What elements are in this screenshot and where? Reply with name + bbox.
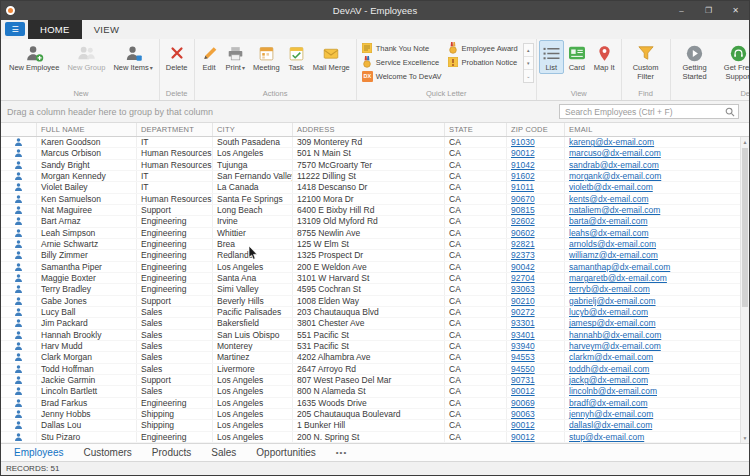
email-link[interactable]: harveym@dx-email.com <box>569 341 661 351</box>
zip-link[interactable]: 94550 <box>511 364 535 374</box>
new-employee-button[interactable]: New Employee <box>5 40 63 74</box>
email-link[interactable]: kents@dx-email.com <box>569 194 648 204</box>
footer-tab-employees[interactable]: Employees <box>5 444 72 461</box>
maximize-button[interactable]: ❐ <box>695 1 722 20</box>
zip-link[interactable]: 93063 <box>511 284 535 294</box>
table-row[interactable]: Jenny HobbsShippingLos Angeles205 Chauta… <box>1 409 740 420</box>
zip-link[interactable]: 93940 <box>511 341 535 351</box>
zip-link[interactable]: 91011 <box>511 182 534 192</box>
gallery-scroll-down-button[interactable]: ▾ <box>524 57 533 70</box>
view-map-button[interactable]: Map It <box>590 40 619 74</box>
table-row[interactable]: Violet BaileyITLa Canada1418 Descanso Dr… <box>1 182 740 193</box>
zip-link[interactable]: 90012 <box>511 420 535 430</box>
zip-link[interactable]: 90670 <box>511 194 535 204</box>
gallery-scroll-up-button[interactable]: ▴ <box>524 44 533 57</box>
zip-link[interactable]: 92704 <box>511 273 535 283</box>
application-button[interactable]: ☰ <box>5 22 25 36</box>
table-row[interactable]: Harv MuddSalesMonterey531 Pacific StCA93… <box>1 341 740 352</box>
email-link[interactable]: arnolds@dx-email.com <box>569 239 656 249</box>
table-row[interactable]: Leah SimpsonEngineeringWhittier8755 Newl… <box>1 228 740 239</box>
footer-tabs-overflow[interactable]: ••• <box>327 444 356 461</box>
custom-filter-button[interactable]: Custom Filter <box>624 40 668 82</box>
footer-tab-opportunities[interactable]: Opportunities <box>247 444 324 461</box>
footer-tab-products[interactable]: Products <box>143 444 200 461</box>
table-row[interactable]: Marcus OrbisonHuman ResourcesLos Angeles… <box>1 148 740 159</box>
zip-link[interactable]: 94553 <box>511 352 535 362</box>
table-row[interactable]: Brad FarkusEngineeringLos Angeles1635 Wo… <box>1 398 740 409</box>
table-row[interactable]: Nat MaguireeSupportLong Beach6400 E Bixb… <box>1 205 740 216</box>
quick-letter-employee-award[interactable]: Employee Award <box>445 41 521 55</box>
table-row[interactable]: Arnie SchwartzEngineeringBrea125 W Elm S… <box>1 239 740 250</box>
email-link[interactable]: clarkm@dx-email.com <box>569 352 653 362</box>
email-link[interactable]: nataliem@dx-email.com <box>569 205 660 215</box>
email-link[interactable]: williamz@dx-email.com <box>569 250 658 260</box>
task-button[interactable]: Task <box>284 40 309 74</box>
email-link[interactable]: bradf@dx-email.com <box>569 398 648 408</box>
zip-link[interactable]: 91602 <box>511 171 535 181</box>
email-link[interactable]: morgank@dx-email.com <box>569 171 661 181</box>
email-link[interactable]: terryb@dx-email.com <box>569 284 650 294</box>
email-link[interactable]: violetb@dx-email.com <box>569 182 653 192</box>
close-button[interactable]: ✕ <box>722 1 749 20</box>
email-link[interactable]: leahs@dx-email.com <box>569 228 649 238</box>
zip-link[interactable]: 90012 <box>511 386 535 396</box>
zip-link[interactable]: 91042 <box>511 160 535 170</box>
table-row[interactable]: Gabe JonesSupportBeverly Hills1008 Elden… <box>1 296 740 307</box>
email-link[interactable]: margaretb@dx-email.com <box>569 273 667 283</box>
quick-letter-probation-notice[interactable]: Probation Notice <box>445 55 521 69</box>
column-header-department[interactable]: DEPARTMENT <box>137 123 213 136</box>
zip-link[interactable]: 93301 <box>511 318 535 328</box>
mail-merge-button[interactable]: Mail Merge <box>309 40 354 74</box>
column-header-state[interactable]: STATE <box>445 123 507 136</box>
table-row[interactable]: Bart ArnazEngineeringIrvine13109 Old Myf… <box>1 216 740 227</box>
new-items-button[interactable]: New Items▾ <box>109 40 156 74</box>
vertical-scrollbar[interactable]: ▲ ▼ <box>740 137 749 443</box>
minimize-button[interactable]: – <box>668 1 695 20</box>
email-link[interactable]: lincolnb@dx-email.com <box>569 386 657 396</box>
email-link[interactable]: hannahb@dx-email.com <box>569 330 661 340</box>
zip-link[interactable]: 92602 <box>511 216 535 226</box>
email-link[interactable]: sandrab@dx-email.com <box>569 160 659 170</box>
zip-link[interactable]: 90602 <box>511 228 535 238</box>
zip-link[interactable]: 90012 <box>511 432 535 442</box>
table-row[interactable]: Stu PizaroEngineeringLos Angeles200 N. S… <box>1 432 740 443</box>
column-header-city[interactable]: CITY <box>213 123 293 136</box>
scrollbar-thumb[interactable] <box>742 148 748 307</box>
email-link[interactable]: gabrielj@dx-email.com <box>569 296 656 306</box>
gallery-dropdown-button[interactable]: ⌄ <box>524 70 533 82</box>
table-row[interactable]: Hannah BrooklySalesSan Luis Obispo551 Pa… <box>1 330 740 341</box>
table-row[interactable]: Maggie BoxterEngineeringSanta Ana3101 W … <box>1 273 740 284</box>
get-free-support-button[interactable]: Get Free Support <box>717 40 749 82</box>
column-header-zip-code[interactable]: ZIP CODE <box>507 123 565 136</box>
table-row[interactable]: Lincoln BartlettSalesLos Angeles800 N Al… <box>1 386 740 397</box>
scroll-up-icon[interactable]: ▲ <box>741 137 749 147</box>
table-row[interactable]: Dallas LouShippingLos Angeles1 Bunker Hi… <box>1 420 740 431</box>
quick-letter-thank-you-note[interactable]: Thank You Note <box>359 41 445 55</box>
table-row[interactable]: Jackie GarminSupportLos Angeles807 West … <box>1 375 740 386</box>
table-row[interactable]: Sandy BrightHuman ResourcesTujunga7570 M… <box>1 160 740 171</box>
zip-link[interactable]: 90272 <box>511 307 535 317</box>
email-link[interactable]: lucyb@dx-email.com <box>569 307 648 317</box>
group-by-panel[interactable]: Drag a column header here to group by th… <box>1 101 749 123</box>
email-link[interactable]: barta@dx-email.com <box>569 216 648 226</box>
zip-link[interactable]: 90063 <box>511 409 535 419</box>
table-row[interactable]: Lucy BallSalesPacific Palisades203 Chaut… <box>1 307 740 318</box>
table-row[interactable]: Karen GoodsonITSouth Pasadena309 Montere… <box>1 137 740 148</box>
table-row[interactable]: Morgan KennedyITSan Fernando Valley11222… <box>1 171 740 182</box>
table-row[interactable]: Ken SamuelsonHuman ResourcesSanta Fe Spr… <box>1 194 740 205</box>
email-link[interactable]: jamesp@dx-email.com <box>569 318 656 328</box>
zip-link[interactable]: 90042 <box>511 262 535 272</box>
zip-link[interactable]: 90069 <box>511 398 535 408</box>
table-row[interactable]: Billy ZimmerEngineeringRedlands1325 Pros… <box>1 250 740 261</box>
email-link[interactable]: marcuso@dx-email.com <box>569 148 661 158</box>
zip-link[interactable]: 90731 <box>511 375 535 385</box>
view-list-button[interactable]: List <box>539 40 564 74</box>
search-input[interactable] <box>563 107 725 117</box>
delete-button[interactable]: Delete <box>162 40 192 74</box>
table-row[interactable]: Clark MorganSalesMartinez4202 Alhambra A… <box>1 352 740 363</box>
zip-link[interactable]: 90012 <box>511 148 535 158</box>
email-link[interactable]: jackg@dx-email.com <box>569 375 648 385</box>
email-link[interactable]: kareng@dx-email.com <box>569 137 654 147</box>
zip-link[interactable]: 92373 <box>511 250 535 260</box>
zip-link[interactable]: 93401 <box>511 330 535 340</box>
